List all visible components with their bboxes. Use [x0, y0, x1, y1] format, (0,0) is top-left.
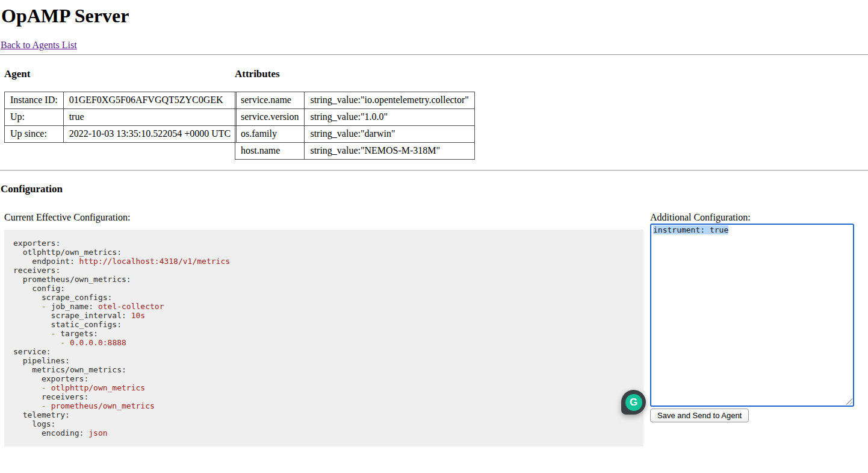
row-label: Up:	[5, 108, 64, 125]
code-line: metrics/own_metrics:	[13, 365, 634, 374]
effective-config-label: Current Effective Configuration:	[4, 212, 643, 223]
back-to-agents-link[interactable]: Back to Agents List	[1, 40, 77, 51]
row-value: string_value:"darwin"	[305, 125, 475, 142]
effective-config-code: exporters: otlphttp/own_metrics: endpoin…	[4, 230, 643, 446]
row-value: string_value:"NEMOS-M-318M"	[305, 142, 475, 159]
table-row: service.versionstring_value:"1.0.0"	[235, 108, 475, 125]
attributes-table-body: service.namestring_value:"io.opentelemet…	[235, 92, 475, 159]
code-line: logs:	[13, 419, 634, 428]
additional-config-column: Additional Configuration: instrument: tr…	[650, 212, 855, 422]
code-line: scrape_configs:	[13, 293, 634, 302]
row-value: string_value:"io.opentelemetry.collector…	[305, 92, 475, 108]
code-line: service:	[13, 347, 634, 356]
row-label: service.name	[235, 92, 305, 108]
textarea-resize-handle[interactable]	[846, 398, 852, 405]
table-row: host.namestring_value:"NEMOS-M-318M"	[235, 142, 475, 159]
code-line: static_configs:	[13, 320, 634, 329]
row-label: Instance ID:	[5, 92, 64, 108]
table-row: Instance ID:01GEF0XG5F06AFVGQT5ZYC0GEK	[5, 92, 237, 108]
additional-config-textarea[interactable]: instrument: true	[650, 224, 854, 407]
row-value: 2022-10-03 13:35:10.522054 +0000 UTC	[63, 125, 237, 142]
code-line: endpoint: http://localhost:4318/v1/metri…	[13, 257, 634, 266]
code-line: telemetry:	[13, 410, 634, 419]
attributes-table: service.namestring_value:"io.opentelemet…	[235, 92, 475, 160]
table-row: os.familystring_value:"darwin"	[235, 125, 475, 142]
code-line: - otlphttp/own_metrics	[13, 383, 634, 392]
save-and-send-button[interactable]: Save and Send to Agent	[650, 409, 749, 422]
row-value: 01GEF0XG5F06AFVGQT5ZYC0GEK	[63, 92, 237, 108]
code-line: config:	[13, 284, 634, 293]
configuration-heading: Configuration	[1, 183, 868, 195]
code-line: prometheus/own_metrics:	[13, 275, 634, 284]
configuration-section: Current Effective Configuration: exporte…	[0, 212, 868, 446]
row-label: host.name	[235, 142, 305, 159]
code-line: encoding: json	[13, 428, 634, 437]
code-line: receivers:	[13, 266, 634, 275]
agent-attributes-section: Agent Instance ID:01GEF0XG5F06AFVGQT5ZYC…	[4, 55, 868, 160]
divider-configuration	[0, 170, 868, 171]
grammarly-g-icon: G	[625, 394, 642, 411]
agent-table: Instance ID:01GEF0XG5F06AFVGQT5ZYC0GEKUp…	[4, 92, 237, 143]
row-value: string_value:"1.0.0"	[305, 108, 475, 125]
table-row: Up:true	[5, 108, 237, 125]
textarea-selected-text: instrument: true	[653, 225, 728, 234]
code-line: exporters:	[13, 374, 634, 383]
attributes-heading: Attributes	[235, 68, 868, 80]
additional-config-label: Additional Configuration:	[650, 212, 855, 223]
row-label: os.family	[235, 125, 305, 142]
agent-heading: Agent	[4, 68, 235, 80]
code-line: - 0.0.0.0:8888	[13, 338, 634, 347]
agent-column: Agent Instance ID:01GEF0XG5F06AFVGQT5ZYC…	[4, 55, 235, 160]
code-line: - prometheus/own_metrics	[13, 401, 634, 410]
page-title: OpAMP Server	[1, 5, 868, 27]
table-row: service.namestring_value:"io.opentelemet…	[235, 92, 475, 108]
effective-config-column: Current Effective Configuration: exporte…	[4, 212, 643, 446]
grammarly-icon[interactable]: G	[621, 390, 646, 415]
code-line: exporters:	[13, 239, 634, 248]
code-line: pipelines:	[13, 356, 634, 365]
code-line: otlphttp/own_metrics:	[13, 248, 634, 257]
code-line: - targets:	[13, 329, 634, 338]
agent-table-body: Instance ID:01GEF0XG5F06AFVGQT5ZYC0GEKUp…	[5, 92, 237, 142]
row-label: service.version	[235, 108, 305, 125]
row-value: true	[63, 108, 237, 125]
code-line: scrape_interval: 10s	[13, 311, 634, 320]
row-label: Up since:	[5, 125, 64, 142]
code-line: receivers:	[13, 392, 634, 401]
code-line: - job_name: otel-collector	[13, 302, 634, 311]
table-row: Up since:2022-10-03 13:35:10.522054 +000…	[5, 125, 237, 142]
attributes-column: Attributes service.namestring_value:"io.…	[235, 55, 868, 160]
